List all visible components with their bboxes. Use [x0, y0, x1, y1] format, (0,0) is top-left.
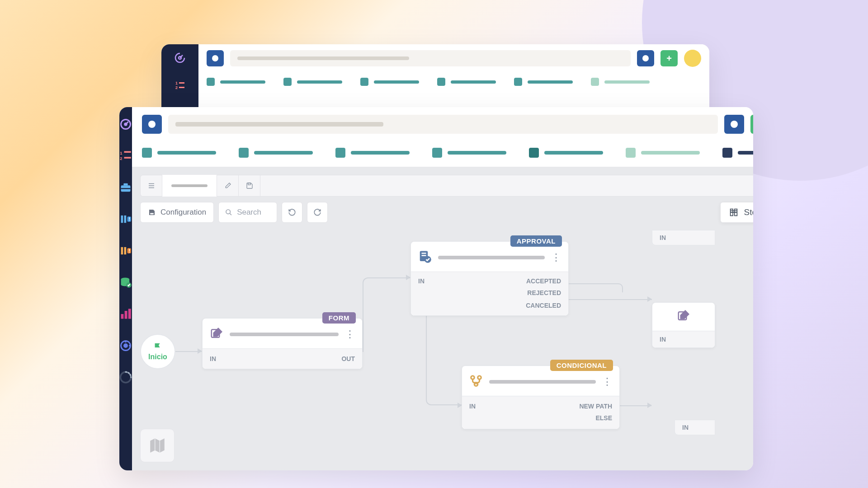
tab-item[interactable] — [335, 148, 410, 158]
svg-rect-26 — [128, 309, 131, 319]
workflow-canvas[interactable]: Configuration Search Steps Menu — [132, 167, 753, 470]
connector — [569, 283, 623, 292]
add-button[interactable]: + — [660, 50, 678, 66]
port-in[interactable]: IN — [210, 355, 216, 362]
minimap-button[interactable] — [140, 429, 175, 462]
tab-item[interactable] — [437, 78, 496, 86]
workflow-edit-node[interactable]: IN — [652, 302, 715, 348]
branch-icon — [469, 374, 483, 389]
app-badge[interactable] — [207, 50, 224, 66]
tab-item[interactable] — [722, 148, 753, 158]
svg-rect-25 — [125, 311, 127, 319]
database-icon[interactable] — [119, 276, 132, 289]
tab-item[interactable] — [283, 78, 342, 86]
port-in[interactable]: IN — [660, 336, 666, 343]
loader-icon[interactable] — [119, 371, 132, 384]
tab-item[interactable] — [514, 78, 573, 86]
redo-icon[interactable] — [307, 202, 328, 223]
connector — [363, 277, 410, 352]
approval-check-icon — [418, 250, 432, 265]
svg-text:2: 2 — [120, 156, 122, 161]
search-bar[interactable] — [230, 50, 631, 66]
workflow-approval-node[interactable]: APPROVAL ⋮ IN ACCEPTED REJECTED CANCELED — [410, 241, 569, 316]
tab-strip — [198, 72, 709, 93]
port-in[interactable]: IN — [682, 424, 689, 431]
port-out[interactable]: OUT — [341, 355, 355, 362]
ordered-list-icon[interactable]: 12 — [119, 150, 132, 162]
tab-item[interactable] — [626, 148, 700, 158]
svg-rect-2 — [179, 82, 184, 84]
svg-rect-14 — [121, 216, 123, 223]
workflow-conditional-node[interactable]: CONDICIONAL ⋮ IN NEW PATH ELSE — [462, 366, 620, 429]
bar-chart-icon[interactable] — [119, 308, 132, 320]
save-icon[interactable] — [239, 175, 260, 197]
list-icon[interactable]: 12 — [175, 80, 185, 91]
kebab-menu-icon[interactable]: ⋮ — [551, 255, 561, 260]
tab-item[interactable] — [432, 148, 506, 158]
svg-text:!: ! — [128, 248, 130, 253]
alert-bars-alt-icon[interactable]: ! — [119, 244, 132, 257]
configuration-button[interactable]: Configuration — [140, 202, 214, 223]
svg-rect-8 — [124, 151, 131, 153]
hamburger-icon[interactable] — [141, 175, 162, 197]
kebab-menu-icon[interactable]: ⋮ — [602, 380, 612, 384]
form-tag: FORM — [322, 312, 356, 324]
user-avatar[interactable] — [684, 50, 701, 67]
tab-item[interactable] — [360, 78, 419, 86]
svg-text:1: 1 — [175, 81, 178, 85]
workflow-form-node[interactable]: FORM ⋮ IN OUT — [202, 318, 363, 369]
search-bar[interactable] — [168, 115, 718, 134]
conditional-tag: CONDICIONAL — [550, 360, 613, 371]
tab-item[interactable] — [207, 78, 265, 86]
port-in[interactable]: IN — [660, 234, 666, 241]
tab-item[interactable] — [239, 148, 313, 158]
svg-text:1: 1 — [120, 151, 122, 155]
workflow-partial-node[interactable]: IN — [652, 230, 715, 245]
kebab-menu-icon[interactable]: ⋮ — [345, 332, 355, 337]
edit-icon[interactable] — [217, 175, 239, 197]
active-tab[interactable] — [162, 175, 217, 197]
topbar: + — [198, 44, 709, 72]
port-accepted[interactable]: ACCEPTED — [526, 277, 561, 285]
node-title-placeholder — [438, 256, 545, 259]
main-area: + — [132, 107, 753, 470]
dial-icon[interactable] — [119, 339, 132, 352]
svg-point-6 — [125, 123, 127, 126]
node-title-placeholder — [489, 380, 596, 384]
search-placeholder: Search — [237, 208, 261, 217]
tab-item[interactable] — [142, 148, 216, 158]
port-rejected[interactable]: REJECTED — [527, 289, 561, 296]
search-placeholder-line — [237, 56, 409, 60]
connector — [620, 405, 651, 406]
alert-bars-icon[interactable]: ! — [119, 213, 132, 225]
canvas-search[interactable]: Search — [218, 202, 277, 223]
briefcase-icon[interactable] — [119, 181, 132, 194]
svg-rect-12 — [123, 183, 127, 186]
port-canceled[interactable]: CANCELED — [526, 302, 561, 309]
workflow-start-node[interactable]: Inicio — [140, 334, 175, 369]
port-in[interactable]: IN — [418, 277, 425, 285]
tab-item[interactable] — [529, 148, 603, 158]
connector — [569, 299, 652, 300]
app-badge[interactable] — [142, 115, 162, 134]
edit-icon — [677, 309, 690, 324]
undo-icon[interactable] — [282, 202, 302, 223]
add-button[interactable]: + — [750, 115, 753, 134]
configuration-label: Configuration — [160, 208, 206, 217]
svg-text:!: ! — [128, 216, 130, 222]
workflow-partial-node[interactable]: IN — [675, 420, 715, 435]
action-button-blue[interactable] — [724, 115, 744, 134]
dashboard-icon[interactable] — [175, 52, 185, 63]
svg-rect-24 — [121, 314, 124, 319]
canvas-sub-toolbar: Configuration Search — [140, 202, 753, 223]
port-else[interactable]: ELSE — [595, 414, 612, 422]
port-in[interactable]: IN — [469, 403, 476, 410]
tab-item[interactable] — [591, 78, 650, 86]
steps-menu-button[interactable]: Steps Menu — [720, 202, 753, 223]
port-newpath[interactable]: NEW PATH — [579, 403, 612, 410]
svg-point-38 — [478, 376, 481, 380]
action-button-blue[interactable] — [637, 50, 654, 66]
dashboard-icon[interactable] — [119, 118, 132, 131]
steps-menu-label: Steps Menu — [744, 207, 753, 217]
tab-strip — [132, 141, 753, 167]
